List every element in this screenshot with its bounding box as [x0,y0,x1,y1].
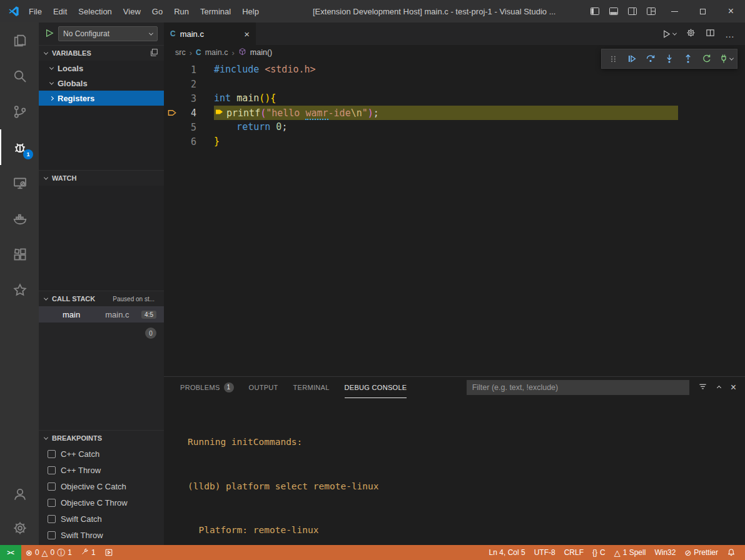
variables-globals-row[interactable]: Globals [39,76,164,91]
tab-terminal[interactable]: TERMINAL [293,377,330,398]
maximize-panel-icon[interactable] [717,385,721,389]
variables-registers-row[interactable]: Registers [39,91,164,106]
restart-icon[interactable] [698,51,716,67]
toggle-sidebar-icon[interactable] [585,0,604,22]
problems-status[interactable]: ⊗ 0 △ 0 ⓘ 1 [21,545,76,560]
debug-sidebar: No Configurat VARIABLES Locals [39,22,164,545]
menu-terminal[interactable]: Terminal [195,0,236,22]
menu-view[interactable]: View [118,0,146,22]
breakpoint-row[interactable]: Swift Throw [39,527,164,543]
editor-actions: … [662,22,745,45]
maximize-button[interactable] [689,0,717,22]
start-debugging-button[interactable] [45,29,54,39]
menu-help[interactable]: Help [236,0,265,22]
breakpoint-checkbox[interactable] [48,531,56,539]
extensions-icon[interactable] [0,236,39,272]
close-window-button[interactable]: × [717,0,745,22]
tab-bar: C main.c × … [164,22,745,45]
toggle-secondary-sidebar-icon[interactable] [623,0,642,22]
chevron-down-icon[interactable] [729,56,733,60]
breakpoints-header[interactable]: BREAKPOINTS [39,431,164,446]
breakpoint-checkbox[interactable] [48,499,56,507]
variables-locals-row[interactable]: Locals [39,61,164,76]
step-into-icon[interactable] [661,51,678,67]
debug-sidebar-toolbar: No Configurat [39,22,164,45]
accounts-icon[interactable] [0,478,39,511]
code-line[interactable]: 2 [164,77,745,91]
code-line[interactable]: 5 return 0; [164,120,745,134]
breadcrumb-symbol[interactable]: main() [250,48,272,57]
c-file-icon: C [196,48,201,57]
toggle-panel-icon[interactable] [604,0,623,22]
explorer-icon[interactable] [0,22,39,58]
collapse-all-icon[interactable] [150,48,158,58]
activity-bar-spacer [0,308,39,478]
toolbar-drag-grip-icon[interactable] [604,51,622,67]
frame-position-badge: 4:5 [141,311,156,319]
breakpoint-row[interactable]: Objective C Catch [39,478,164,494]
breakpoint-row[interactable]: C++ Catch [39,446,164,462]
remote-explorer-icon[interactable] [0,165,39,201]
debug-console-output[interactable]: Running initCommands: (lldb) platform se… [164,398,745,560]
filter-list-icon[interactable] [698,382,707,394]
search-icon[interactable] [0,58,39,94]
watch-header[interactable]: WATCH [39,171,164,186]
tab-main-c[interactable]: C main.c × [164,22,256,45]
tab-problems[interactable]: PROBLEMS 1 [180,377,234,398]
gear-icon[interactable] [686,28,696,40]
customize-layout-icon[interactable] [642,0,661,22]
continue-icon[interactable] [623,51,641,67]
menu-file[interactable]: File [23,0,48,22]
breakpoint-checkbox[interactable] [48,515,56,523]
call-stack-header[interactable]: CALL STACK Paused on st... [39,291,164,306]
run-and-debug-icon[interactable]: 1 [0,129,39,165]
step-out-icon[interactable] [679,51,697,67]
debug-status-icon[interactable] [100,545,118,560]
breadcrumb-folder[interactable]: src [175,48,186,57]
menu-edit[interactable]: Edit [48,0,73,22]
breakpoint-row[interactable]: Swift Catch [39,511,164,527]
remote-indicator[interactable]: >< [0,545,21,560]
editor-body[interactable]: src › C main.c › main() 1 #include <stdi… [164,45,745,376]
chevron-down-icon [44,435,48,439]
tools-status[interactable]: 1 [76,545,100,560]
console-filter-input[interactable] [467,380,689,395]
settings-gear-icon[interactable] [0,511,39,545]
chevron-down-icon [44,175,48,179]
code-line[interactable]: 3 int main(){ [164,91,745,106]
split-editor-icon[interactable] [706,28,715,40]
breakpoint-checkbox[interactable] [48,450,56,458]
tab-output[interactable]: OUTPUT [249,377,278,398]
run-file-icon[interactable] [662,29,676,39]
close-tab-icon[interactable]: × [244,29,250,39]
breadcrumb-file[interactable]: main.c [205,48,228,57]
breakpoint-row[interactable]: Objective C Throw [39,494,164,511]
activity-bar: 1 [0,22,39,545]
current-execution-line[interactable]: 4 printf("hello wamr-ide\n"); [164,106,745,120]
breakpoint-row[interactable]: C++ Throw [39,462,164,478]
minimize-button[interactable] [661,0,689,22]
menu-run[interactable]: Run [168,0,195,22]
variables-header[interactable]: VARIABLES [39,46,164,61]
wamr-ide-star-icon[interactable] [0,272,39,308]
launch-configuration-dropdown[interactable]: No Configurat [58,26,158,41]
more-actions-icon[interactable]: … [725,29,735,39]
close-panel-icon[interactable]: × [731,382,736,393]
docker-icon[interactable] [0,201,39,236]
current-instruction-arrow-icon[interactable] [164,109,180,117]
disconnect-icon[interactable] [717,51,734,67]
breakpoint-checkbox[interactable] [48,466,56,474]
tab-debug-console[interactable]: DEBUG CONSOLE [345,377,407,398]
step-over-icon[interactable] [642,51,659,67]
menu-selection[interactable]: Selection [73,0,117,22]
chevron-down-icon [44,296,48,300]
code-editor[interactable]: 1 #include <stdio.h> 2 3 int main(){ [164,62,745,149]
debug-toolbar [601,49,737,69]
editor-column: C main.c × … [164,22,745,545]
source-control-icon[interactable] [0,94,39,129]
symbol-cube-icon [238,48,246,58]
menu-go[interactable]: Go [146,0,168,22]
breakpoint-checkbox[interactable] [48,482,56,491]
stack-frame-row[interactable]: main main.c 4:5 [39,306,164,322]
code-line[interactable]: 6 } [164,134,745,149]
